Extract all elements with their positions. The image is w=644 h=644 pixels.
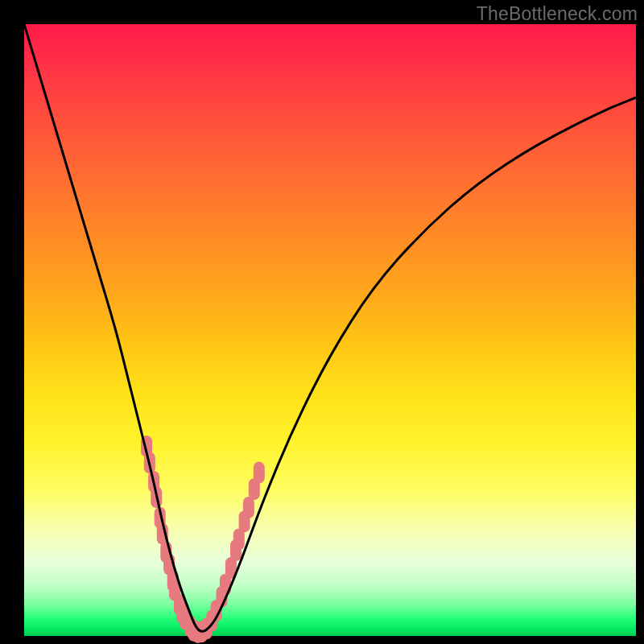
- chart-svg: [24, 24, 636, 636]
- bottleneck-curve: [24, 24, 636, 631]
- data-markers-group: [141, 436, 265, 643]
- data-point-marker: [243, 497, 254, 518]
- watermark-text: TheBottleneck.com: [477, 3, 638, 25]
- chart-frame: TheBottleneck.com: [0, 0, 644, 644]
- plot-area: [24, 24, 636, 636]
- data-point-marker: [254, 462, 265, 484]
